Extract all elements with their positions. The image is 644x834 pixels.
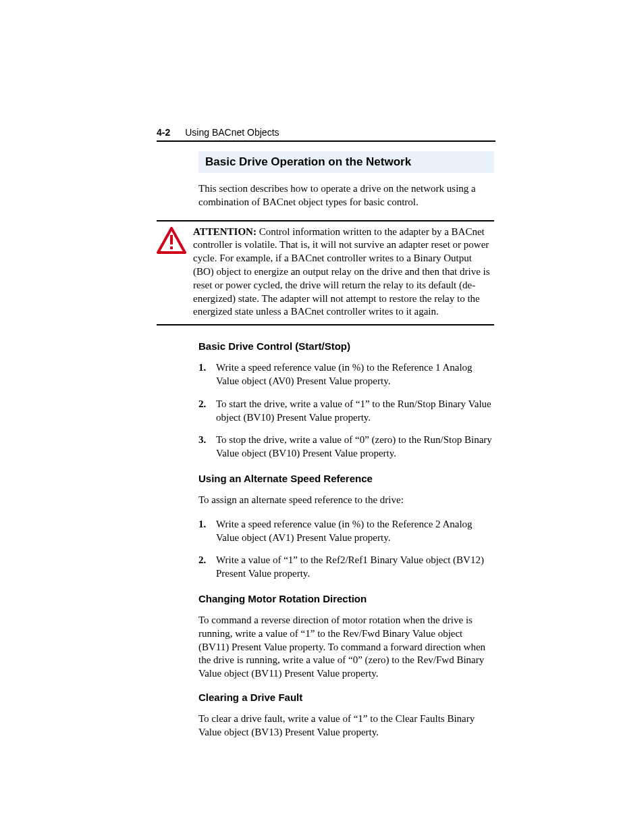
running-header: 4-2Using BACnet Objects <box>157 127 495 138</box>
subheading-basic-control: Basic Drive Control (Start/Stop) <box>198 340 494 352</box>
list-item: To stop the drive, write a value of “0” … <box>198 434 494 461</box>
attention-body: Control information written to the adapt… <box>193 226 490 317</box>
intro-paragraph: This section describes how to operate a … <box>198 182 494 209</box>
attention-label: ATTENTION: <box>193 226 257 237</box>
section-heading: Basic Drive Operation on the Network <box>198 151 494 173</box>
attention-callout: ATTENTION: Control information written t… <box>157 220 494 326</box>
subheading-alt-ref: Using an Alternate Speed Reference <box>198 473 494 484</box>
manual-page: 4-2Using BACnet Objects Basic Drive Oper… <box>0 0 644 834</box>
page-number: 4-2 <box>157 127 170 138</box>
basic-control-steps: Write a speed reference value (in %) to … <box>198 361 494 461</box>
header-rule <box>157 140 495 142</box>
chapter-title: Using BACnet Objects <box>185 127 279 138</box>
list-item: Write a speed reference value (in %) to … <box>198 518 494 545</box>
clear-fault-body: To clear a drive fault, write a value of… <box>198 712 494 739</box>
subheading-rotation: Changing Motor Rotation Direction <box>198 593 494 604</box>
list-item: To start the drive, write a value of “1”… <box>198 398 494 425</box>
list-item: Write a value of “1” to the Ref2/Ref1 Bi… <box>198 554 494 581</box>
alt-ref-intro: To assign an alternate speed reference t… <box>198 494 494 507</box>
page-content: Basic Drive Operation on the Network Thi… <box>157 151 494 750</box>
attention-bottom-rule <box>157 324 494 325</box>
svg-rect-2 <box>170 246 173 249</box>
warning-icon <box>157 226 193 257</box>
list-item: Write a speed reference value (in %) to … <box>198 361 494 388</box>
subheading-clear-fault: Clearing a Drive Fault <box>198 692 494 703</box>
svg-rect-1 <box>170 235 173 244</box>
alt-ref-steps: Write a speed reference value (in %) to … <box>198 518 494 581</box>
rotation-body: To command a reverse direction of motor … <box>198 614 494 681</box>
attention-text: ATTENTION: Control information written t… <box>193 226 494 319</box>
